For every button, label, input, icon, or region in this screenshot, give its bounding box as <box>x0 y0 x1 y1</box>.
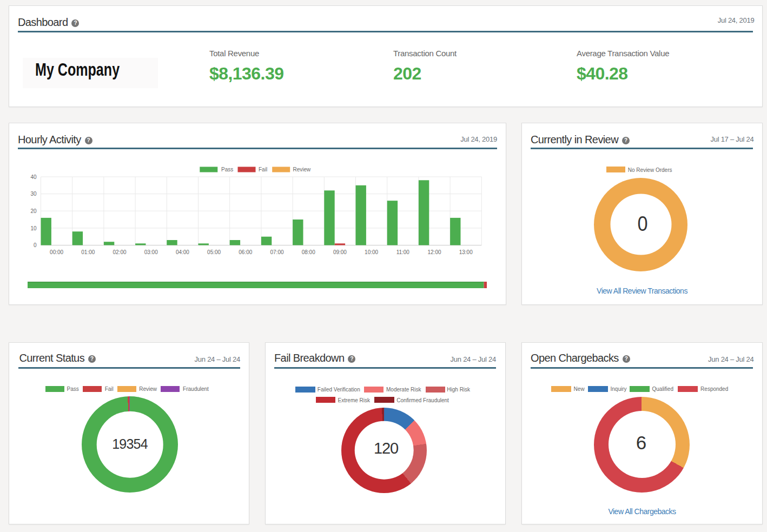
svg-text:02:00: 02:00 <box>113 249 126 255</box>
svg-text:04:00: 04:00 <box>176 249 189 255</box>
svg-text:12:00: 12:00 <box>427 249 441 255</box>
svg-text:10:00: 10:00 <box>365 249 378 255</box>
svg-text:40: 40 <box>30 174 37 180</box>
svg-text:0: 0 <box>34 242 37 248</box>
svg-text:09:00: 09:00 <box>333 249 347 255</box>
svg-text:05:00: 05:00 <box>207 249 221 255</box>
svg-text:06:00: 06:00 <box>239 249 252 255</box>
svg-text:Fail: Fail <box>259 167 267 172</box>
svg-text:30: 30 <box>30 191 37 197</box>
svg-text:07:00: 07:00 <box>270 249 283 255</box>
svg-text:00:00: 00:00 <box>50 249 63 255</box>
svg-text:11:00: 11:00 <box>396 249 410 255</box>
svg-text:01:00: 01:00 <box>81 249 95 255</box>
svg-text:20: 20 <box>30 208 37 214</box>
svg-text:13:00: 13:00 <box>459 249 473 255</box>
svg-text:Review: Review <box>293 167 312 172</box>
svg-text:10: 10 <box>30 225 37 231</box>
svg-text:03:00: 03:00 <box>144 249 158 255</box>
svg-text:Pass: Pass <box>221 167 233 172</box>
svg-text:08:00: 08:00 <box>302 249 315 255</box>
